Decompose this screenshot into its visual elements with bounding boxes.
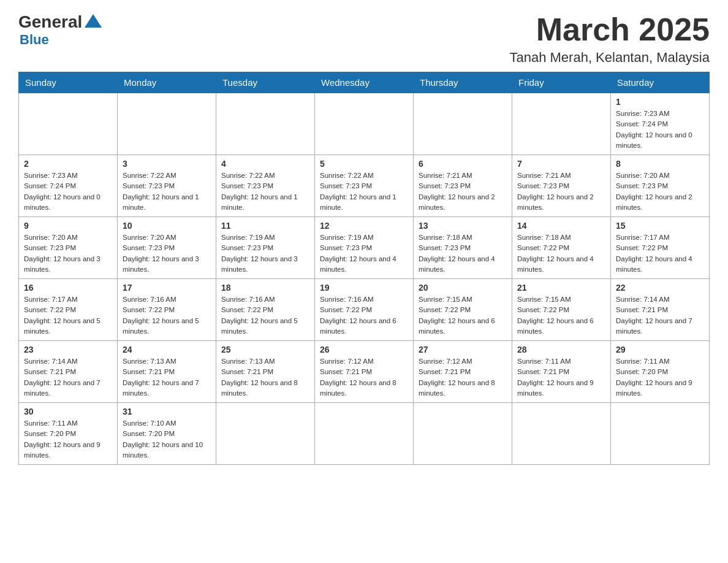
- calendar-cell: 20Sunrise: 7:15 AMSunset: 7:22 PMDayligh…: [414, 279, 512, 341]
- day-number: 21: [517, 283, 605, 293]
- day-info: Sunrise: 7:11 AMSunset: 7:20 PMDaylight:…: [24, 418, 112, 461]
- calendar-cell: [315, 403, 414, 465]
- calendar-cell: 29Sunrise: 7:11 AMSunset: 7:20 PMDayligh…: [611, 341, 710, 403]
- calendar-cell: 15Sunrise: 7:17 AMSunset: 7:22 PMDayligh…: [611, 217, 710, 279]
- calendar-cell: 21Sunrise: 7:15 AMSunset: 7:22 PMDayligh…: [512, 279, 611, 341]
- calendar-row-4: 16Sunrise: 7:17 AMSunset: 7:22 PMDayligh…: [19, 279, 710, 341]
- header-tuesday: Tuesday: [216, 72, 315, 93]
- day-number: 11: [221, 221, 309, 231]
- day-info: Sunrise: 7:18 AMSunset: 7:23 PMDaylight:…: [419, 232, 507, 275]
- day-info: Sunrise: 7:13 AMSunset: 7:21 PMDaylight:…: [123, 356, 211, 399]
- day-info: Sunrise: 7:16 AMSunset: 7:22 PMDaylight:…: [221, 294, 309, 337]
- day-number: 22: [616, 283, 704, 293]
- day-number: 4: [221, 159, 309, 169]
- calendar-row-6: 30Sunrise: 7:11 AMSunset: 7:20 PMDayligh…: [19, 403, 710, 465]
- calendar-cell: 11Sunrise: 7:19 AMSunset: 7:23 PMDayligh…: [216, 217, 315, 279]
- day-number: 6: [419, 159, 507, 169]
- day-info: Sunrise: 7:22 AMSunset: 7:23 PMDaylight:…: [123, 170, 211, 213]
- day-info: Sunrise: 7:13 AMSunset: 7:21 PMDaylight:…: [221, 356, 309, 399]
- calendar-cell: 28Sunrise: 7:11 AMSunset: 7:21 PMDayligh…: [512, 341, 611, 403]
- calendar-cell: 10Sunrise: 7:20 AMSunset: 7:23 PMDayligh…: [118, 217, 216, 279]
- calendar-cell: 22Sunrise: 7:14 AMSunset: 7:21 PMDayligh…: [611, 279, 710, 341]
- day-number: 29: [616, 345, 704, 354]
- calendar-cell: 4Sunrise: 7:22 AMSunset: 7:23 PMDaylight…: [216, 155, 315, 217]
- calendar-cell: [414, 403, 512, 465]
- calendar-cell: 30Sunrise: 7:11 AMSunset: 7:20 PMDayligh…: [19, 403, 118, 465]
- calendar-cell: [216, 93, 315, 155]
- calendar-row-3: 9Sunrise: 7:20 AMSunset: 7:23 PMDaylight…: [19, 217, 710, 279]
- day-info: Sunrise: 7:15 AMSunset: 7:22 PMDaylight:…: [419, 294, 507, 337]
- day-info: Sunrise: 7:19 AMSunset: 7:23 PMDaylight:…: [320, 232, 408, 275]
- day-info: Sunrise: 7:16 AMSunset: 7:22 PMDaylight:…: [123, 294, 211, 337]
- day-number: 23: [24, 345, 112, 354]
- calendar-cell: [512, 403, 611, 465]
- logo-blue-text: Blue: [20, 32, 49, 48]
- day-info: Sunrise: 7:23 AMSunset: 7:24 PMDaylight:…: [24, 170, 112, 213]
- day-number: 27: [419, 345, 507, 354]
- day-info: Sunrise: 7:19 AMSunset: 7:23 PMDaylight:…: [221, 232, 309, 275]
- day-info: Sunrise: 7:21 AMSunset: 7:23 PMDaylight:…: [419, 170, 507, 213]
- calendar-cell: [611, 403, 710, 465]
- calendar-cell: 18Sunrise: 7:16 AMSunset: 7:22 PMDayligh…: [216, 279, 315, 341]
- day-info: Sunrise: 7:12 AMSunset: 7:21 PMDaylight:…: [320, 356, 408, 399]
- calendar-cell: 27Sunrise: 7:12 AMSunset: 7:21 PMDayligh…: [414, 341, 512, 403]
- calendar-cell: 12Sunrise: 7:19 AMSunset: 7:23 PMDayligh…: [315, 217, 414, 279]
- day-number: 3: [123, 159, 211, 169]
- day-info: Sunrise: 7:15 AMSunset: 7:22 PMDaylight:…: [517, 294, 605, 337]
- day-number: 8: [616, 159, 704, 169]
- header-wednesday: Wednesday: [315, 72, 414, 93]
- day-number: 1: [616, 97, 704, 107]
- day-number: 16: [24, 283, 112, 293]
- calendar-cell: [118, 93, 216, 155]
- day-info: Sunrise: 7:23 AMSunset: 7:24 PMDaylight:…: [616, 109, 704, 151]
- calendar-cell: 17Sunrise: 7:16 AMSunset: 7:22 PMDayligh…: [118, 279, 216, 341]
- day-info: Sunrise: 7:12 AMSunset: 7:21 PMDaylight:…: [419, 356, 507, 399]
- location-title: Tanah Merah, Kelantan, Malaysia: [509, 50, 710, 66]
- header-friday: Friday: [512, 72, 611, 93]
- header-thursday: Thursday: [414, 72, 512, 93]
- day-info: Sunrise: 7:17 AMSunset: 7:22 PMDaylight:…: [24, 294, 112, 337]
- month-title: March 2025: [509, 12, 710, 47]
- title-section: March 2025 Tanah Merah, Kelantan, Malays…: [509, 12, 710, 66]
- header-monday: Monday: [118, 72, 216, 93]
- calendar-cell: 8Sunrise: 7:20 AMSunset: 7:23 PMDaylight…: [611, 155, 710, 217]
- logo-general-text: General: [18, 12, 82, 32]
- calendar-table: Sunday Monday Tuesday Wednesday Thursday…: [18, 72, 710, 465]
- calendar-cell: 19Sunrise: 7:16 AMSunset: 7:22 PMDayligh…: [315, 279, 414, 341]
- day-number: 24: [123, 345, 211, 354]
- calendar-row-2: 2Sunrise: 7:23 AMSunset: 7:24 PMDaylight…: [19, 155, 710, 217]
- day-info: Sunrise: 7:14 AMSunset: 7:21 PMDaylight:…: [24, 356, 112, 399]
- day-number: 26: [320, 345, 408, 354]
- calendar-cell: 24Sunrise: 7:13 AMSunset: 7:21 PMDayligh…: [118, 341, 216, 403]
- day-info: Sunrise: 7:11 AMSunset: 7:20 PMDaylight:…: [616, 356, 704, 399]
- day-info: Sunrise: 7:18 AMSunset: 7:22 PMDaylight:…: [517, 232, 605, 275]
- page-header: General Blue March 2025 Tanah Merah, Kel…: [18, 12, 710, 66]
- day-number: 9: [24, 221, 112, 231]
- calendar-cell: 26Sunrise: 7:12 AMSunset: 7:21 PMDayligh…: [315, 341, 414, 403]
- day-info: Sunrise: 7:21 AMSunset: 7:23 PMDaylight:…: [517, 170, 605, 213]
- calendar-cell: 7Sunrise: 7:21 AMSunset: 7:23 PMDaylight…: [512, 155, 611, 217]
- calendar-cell: 25Sunrise: 7:13 AMSunset: 7:21 PMDayligh…: [216, 341, 315, 403]
- calendar-cell: [216, 403, 315, 465]
- calendar-cell: [19, 93, 118, 155]
- day-number: 14: [517, 221, 605, 231]
- day-number: 30: [24, 407, 112, 416]
- day-info: Sunrise: 7:20 AMSunset: 7:23 PMDaylight:…: [123, 232, 211, 275]
- day-number: 10: [123, 221, 211, 231]
- logo-triangle-icon: [85, 14, 102, 28]
- day-number: 12: [320, 221, 408, 231]
- calendar-cell: 6Sunrise: 7:21 AMSunset: 7:23 PMDaylight…: [414, 155, 512, 217]
- calendar-header-row: Sunday Monday Tuesday Wednesday Thursday…: [19, 72, 710, 93]
- header-saturday: Saturday: [611, 72, 710, 93]
- calendar-cell: 1Sunrise: 7:23 AMSunset: 7:24 PMDaylight…: [611, 93, 710, 155]
- day-number: 13: [419, 221, 507, 231]
- day-number: 7: [517, 159, 605, 169]
- day-info: Sunrise: 7:17 AMSunset: 7:22 PMDaylight:…: [616, 232, 704, 275]
- calendar-cell: 16Sunrise: 7:17 AMSunset: 7:22 PMDayligh…: [19, 279, 118, 341]
- day-info: Sunrise: 7:22 AMSunset: 7:23 PMDaylight:…: [221, 170, 309, 213]
- day-info: Sunrise: 7:16 AMSunset: 7:22 PMDaylight:…: [320, 294, 408, 337]
- day-number: 15: [616, 221, 704, 231]
- logo: General Blue: [18, 12, 102, 48]
- calendar-cell: [512, 93, 611, 155]
- day-number: 31: [123, 407, 211, 416]
